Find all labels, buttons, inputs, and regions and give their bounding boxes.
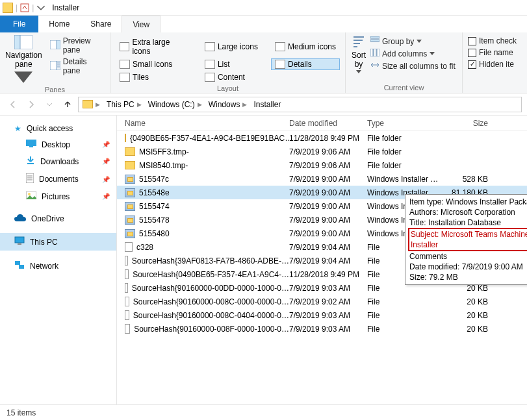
file-icon: [125, 269, 129, 279]
ribbon: Navigation pane Preview pane Details pan…: [0, 32, 527, 93]
file-date: 7/9/2019 9:03 AM: [289, 325, 367, 334]
file-name: c328: [136, 243, 153, 252]
preview-pane-button[interactable]: Preview pane: [50, 36, 105, 55]
svg-rect-15: [370, 40, 379, 42]
svg-rect-18: [377, 49, 379, 56]
svg-rect-29: [15, 261, 20, 265]
col-date[interactable]: Date modified: [289, 119, 367, 128]
file-date: 7/9/2019 9:00 AM: [289, 216, 367, 225]
file-icon: [125, 310, 129, 320]
forward-button[interactable]: [23, 97, 39, 112]
file-row[interactable]: MSI8540.tmp-7/9/2019 9:06 AMFile folder: [117, 158, 527, 172]
file-name: 5155474: [139, 202, 170, 211]
file-row[interactable]: 515547c7/9/2019 9:00 AMWindows Installer…: [117, 172, 527, 186]
svg-rect-19: [26, 140, 36, 146]
filename-ext-toggle[interactable]: File name: [468, 48, 517, 57]
pin-icon: 📌: [102, 176, 110, 183]
size-columns-button[interactable]: Size all columns to fit: [370, 61, 456, 71]
group-by-button[interactable]: Group by: [370, 36, 456, 46]
view-extra-large-icons[interactable]: Extra large icons: [116, 36, 192, 57]
preview-pane-label: Preview pane: [63, 36, 105, 55]
file-date: 11/28/2018 9:49 PM: [289, 134, 367, 143]
view-small-icons[interactable]: Small icons: [116, 58, 192, 70]
breadcrumb-segment[interactable]: Windows (C:)▶: [146, 100, 205, 109]
sort-by-button[interactable]: Sort by: [351, 35, 366, 73]
up-button[interactable]: [60, 97, 75, 112]
file-date: 7/9/2019 9:04 AM: [289, 256, 367, 266]
layout-icon: [275, 60, 285, 69]
file-tab[interactable]: File: [0, 16, 38, 32]
col-name[interactable]: Name: [125, 119, 289, 128]
layout-icon: [205, 73, 215, 82]
properties-icon[interactable]: [20, 3, 29, 12]
view-list[interactable]: List: [201, 58, 262, 70]
col-type[interactable]: Type: [367, 119, 445, 128]
msi-icon: [125, 188, 135, 197]
sidebar-item-this-pc[interactable]: This PC: [0, 233, 116, 251]
checkbox-icon: [468, 49, 476, 57]
view-tiles[interactable]: Tiles: [116, 71, 192, 83]
breadcrumb-segment[interactable]: Installer: [251, 100, 283, 109]
sidebar-item-documents[interactable]: Documents📌: [0, 170, 116, 188]
add-columns-button[interactable]: Add columns: [370, 49, 456, 58]
address-bar[interactable]: ▶ This PC▶ Windows (C:)▶ Windows▶ Instal…: [78, 97, 522, 112]
tab-view[interactable]: View: [122, 16, 161, 32]
view-details[interactable]: Details: [271, 58, 340, 70]
sidebar-item-pictures[interactable]: Pictures📌: [0, 188, 116, 204]
file-row[interactable]: SourceHash{90160000-008C-0404-0000-0…7/9…: [117, 308, 527, 322]
sidebar-label: Desktop: [42, 140, 70, 149]
dropdown-icon[interactable]: [36, 3, 45, 12]
file-date: 7/9/2019 9:06 AM: [289, 147, 367, 156]
navigation-pane: ★Quick access Desktop📌 Downloads📌 Docume…: [0, 116, 117, 404]
layout-icon: [120, 73, 130, 82]
view-content[interactable]: Content: [201, 71, 262, 83]
checkbox-label: File name: [479, 48, 513, 57]
file-size: 20 KB: [445, 311, 493, 320]
svg-rect-20: [29, 146, 33, 147]
recent-locations-dropdown[interactable]: [42, 97, 57, 112]
navigation-pane-button[interactable]: Navigation pane: [5, 35, 42, 84]
details-pane-button[interactable]: Details pane: [50, 57, 105, 75]
svg-rect-30: [19, 265, 24, 269]
sidebar-item-downloads[interactable]: Downloads📌: [0, 153, 116, 170]
file-size: 20 KB: [445, 325, 493, 334]
file-type: File: [367, 311, 445, 320]
separator: |: [32, 3, 34, 12]
file-date: 7/9/2019 9:04 AM: [289, 243, 367, 252]
window-title: Installer: [52, 3, 79, 12]
view-large-icons[interactable]: Large icons: [201, 36, 262, 57]
sidebar-label: Downloads: [40, 157, 79, 166]
back-button[interactable]: [5, 97, 21, 112]
file-name: SourceHash{90160000-008F-0000-1000-0…: [134, 325, 289, 334]
folder-icon: [125, 161, 135, 169]
file-icon: [125, 242, 133, 252]
sidebar-item-onedrive[interactable]: OneDrive: [0, 211, 116, 227]
breadcrumb-segment[interactable]: Windows▶: [206, 100, 250, 109]
layout-icon: [275, 42, 285, 51]
layout-label: Details: [288, 60, 312, 69]
sidebar-label: Documents: [39, 175, 79, 184]
file-row[interactable]: SourceHash{90160000-008F-0000-1000-0…7/9…: [117, 322, 527, 336]
item-checkboxes-toggle[interactable]: Item check: [468, 36, 517, 45]
tab-home[interactable]: Home: [38, 16, 80, 32]
folder-icon: [83, 100, 93, 108]
sidebar-item-desktop[interactable]: Desktop📌: [0, 136, 116, 153]
svg-rect-17: [374, 49, 376, 56]
sidebar-item-quick-access[interactable]: ★Quick access: [0, 121, 116, 136]
file-name: SourceHash{90160000-008C-0404-0000-0…: [133, 311, 289, 320]
col-size[interactable]: Size: [445, 119, 493, 128]
sidebar-item-network[interactable]: Network: [0, 257, 116, 275]
file-row[interactable]: MSI5FF3.tmp-7/9/2019 9:06 AMFile folder: [117, 145, 527, 158]
view-medium-icons[interactable]: Medium icons: [271, 36, 340, 57]
tab-share[interactable]: Share: [80, 16, 122, 32]
file-row[interactable]: SourceHash{90160000-008C-0000-0000-0…7/9…: [117, 295, 527, 308]
breadcrumb-segment[interactable]: This PC▶: [104, 100, 144, 109]
navigation-pane-label: Navigation pane: [5, 51, 42, 69]
file-size: 528 KB: [445, 175, 493, 184]
layout-icon: [205, 42, 215, 51]
file-date: 7/9/2019 9:06 AM: [289, 161, 367, 170]
file-row[interactable]: {0490BE65-F357-4EA1-A9C4-BE19E91BAC…11/2…: [117, 131, 527, 145]
file-name: 5155478: [139, 216, 170, 225]
hidden-items-toggle[interactable]: Hidden ite: [468, 60, 517, 69]
svg-rect-2: [14, 35, 20, 49]
